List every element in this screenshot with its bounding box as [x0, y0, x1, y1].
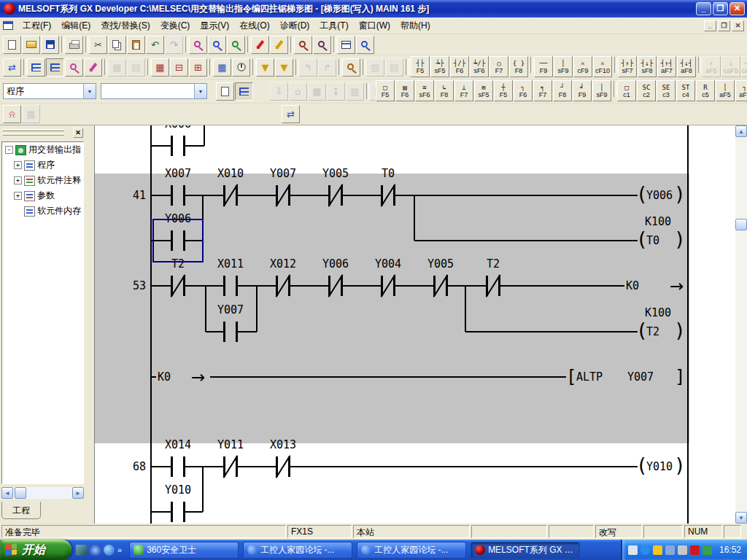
palette-aF7-button[interactable]: ┐aF7	[735, 80, 747, 101]
menu-item-6[interactable]: 诊断(D)	[275, 18, 315, 34]
scroll-right-icon[interactable]: ►	[72, 487, 84, 499]
tree-item-1[interactable]: +程序	[2, 158, 83, 173]
ladder-editor[interactable]: X00641X007X010Y007Y005T0(Y006)(T0)K100Y0…	[95, 125, 735, 524]
tab-project[interactable]: 工程	[1, 502, 41, 519]
palette-F8-button[interactable]: ↳F8	[435, 80, 454, 101]
zoom-out-button[interactable]	[313, 36, 331, 54]
zoom-in-button[interactable]	[294, 36, 312, 54]
overflow-chevron-icon[interactable]: »	[117, 545, 122, 554]
mdi-minimize-button[interactable]: _	[704, 20, 716, 31]
ladder-vscrollbar[interactable]: ▲ ▼	[735, 125, 747, 524]
print-button[interactable]	[65, 36, 83, 54]
start-button[interactable]: 开始	[0, 540, 71, 560]
data-type-combo[interactable]: 程序 ▼	[3, 83, 96, 99]
restore-button[interactable]: ❐	[713, 2, 728, 15]
contact-Y005[interactable]: Y005	[411, 257, 470, 298]
palette-F5-button[interactable]: □F5	[376, 80, 395, 101]
contact-Y010[interactable]: Y010	[149, 483, 207, 524]
mdi-restore-button[interactable]: ❐	[718, 20, 730, 31]
save-button[interactable]	[41, 36, 59, 54]
palette-c2-button[interactable]: SCc2	[637, 80, 656, 101]
palette-sF6-button[interactable]: ≡sF6	[415, 80, 434, 101]
palette-cF10-button[interactable]: ×cF10	[593, 56, 612, 77]
palette-F6-button[interactable]: ┐F6	[514, 80, 533, 101]
contact-X014[interactable]: X014	[149, 438, 207, 478]
ladder-edit-3-button[interactable]: ⊞	[189, 58, 207, 77]
edit-find-button[interactable]	[84, 58, 102, 77]
contact-Y005[interactable]: Y005	[306, 166, 365, 207]
contact-X012[interactable]: X012	[254, 257, 312, 298]
palette-aF8-button[interactable]: ┤↓┤aF8	[677, 56, 696, 77]
find-instruction-button[interactable]	[208, 36, 226, 54]
contact-X007[interactable]: X007	[149, 166, 207, 207]
palette-sF9-button[interactable]: │sF9	[592, 80, 611, 101]
copy-button[interactable]	[108, 36, 126, 54]
taskbar-task-1[interactable]: 工控人家园论坛 -...	[243, 542, 352, 559]
palette-F5-button[interactable]: ┤├F5	[411, 56, 430, 77]
menu-item-9[interactable]: 帮助(H)	[395, 18, 436, 34]
coil-T2[interactable]: (T2)K100	[608, 306, 711, 348]
panel-splitter[interactable]	[86, 125, 95, 524]
cross-reference-button[interactable]	[356, 36, 374, 54]
palette-F7-button[interactable]: ╕F7	[533, 80, 552, 101]
palette-sF5-button[interactable]: ┶├sF5	[430, 56, 449, 77]
undo-button[interactable]: ↶	[146, 36, 164, 54]
card-icon[interactable]	[703, 545, 712, 555]
palette-F5-button[interactable]: ┼F5	[494, 80, 513, 101]
palette-F6-button[interactable]: ┤/├F6	[450, 56, 469, 77]
palette-cF9-button[interactable]: ×cF9	[573, 56, 592, 77]
palette-c5-button[interactable]: Rc5	[696, 80, 715, 101]
menu-item-4[interactable]: 显示(V)	[195, 18, 234, 34]
contact-X006[interactable]: X006	[149, 125, 207, 158]
find-device-button[interactable]	[189, 36, 207, 54]
contact-X010[interactable]: X010	[201, 166, 260, 207]
palette-sF6-button[interactable]: ┶/├sF6	[470, 56, 489, 77]
kaspersky-icon[interactable]	[690, 545, 700, 555]
coil-Y006[interactable]: (Y006)	[608, 169, 711, 211]
show-desktop-icon[interactable]	[76, 545, 87, 556]
menu-item-8[interactable]: 窗口(W)	[354, 18, 395, 34]
panel-grip[interactable]	[3, 129, 64, 131]
cut-button[interactable]: ✂	[89, 36, 107, 54]
online-write-1-button[interactable]: ▼	[256, 58, 274, 77]
find-string-button[interactable]	[227, 36, 245, 54]
scroll-down-icon[interactable]: ▼	[735, 512, 747, 524]
palette-c3-button[interactable]: SEc3	[657, 80, 676, 101]
paste-button[interactable]	[127, 36, 145, 54]
new-button[interactable]	[3, 36, 21, 54]
contact-Y006[interactable]: Y006	[306, 257, 365, 298]
palette-sF5-button[interactable]: ⊠sF5	[474, 80, 493, 101]
comment-display-button[interactable]	[337, 36, 355, 54]
palette-F9-button[interactable]: ──F9	[534, 56, 553, 77]
network-icon[interactable]	[665, 545, 675, 555]
menu-item-7[interactable]: 工具(T)	[314, 18, 353, 34]
tree-expand-icon[interactable]: -	[5, 146, 13, 154]
taskbar-task-3[interactable]: MELSOFT系列 GX D...	[471, 542, 580, 559]
palette-F7-button[interactable]: ○F7	[489, 56, 508, 77]
tree-expand-icon[interactable]: +	[14, 192, 22, 200]
ladder-edit-2-button[interactable]: ⊟	[170, 58, 188, 77]
palette-aF5-button[interactable]: │aF5	[716, 80, 735, 101]
close-button[interactable]: ✕	[729, 2, 745, 15]
contact-Y007[interactable]: Y007	[201, 303, 260, 343]
contact-Y007[interactable]: Y007	[254, 166, 312, 207]
find-coil-button[interactable]	[342, 58, 360, 77]
open-button[interactable]	[22, 36, 40, 54]
palette-F6-button[interactable]: ▤F6	[395, 80, 414, 101]
mdi-close-button[interactable]: ✕	[732, 20, 744, 31]
ladder-edit-button[interactable]	[46, 58, 64, 77]
contact-T2[interactable]: T2	[149, 257, 207, 298]
new-window-button[interactable]	[216, 82, 234, 101]
device-batch-button[interactable]: ▦	[213, 58, 231, 77]
device-test-button[interactable]: ⇄	[282, 105, 300, 123]
scroll-left-icon[interactable]: ◄	[1, 487, 13, 499]
tree-item-0[interactable]: -用交替输出指	[2, 142, 83, 158]
contact-T2[interactable]: T2	[464, 257, 522, 298]
palette-c4-button[interactable]: STc4	[676, 80, 695, 101]
taskbar-task-2[interactable]: 工控人家园论坛 -...	[357, 542, 466, 559]
menu-item-3[interactable]: 变换(C)	[155, 18, 196, 34]
pc-transfer-button[interactable]: ⇄	[3, 58, 21, 77]
statement-button[interactable]	[270, 36, 288, 54]
palette-F9-button[interactable]: ╛F9	[573, 80, 592, 101]
contact-X013[interactable]: X013	[254, 438, 312, 478]
